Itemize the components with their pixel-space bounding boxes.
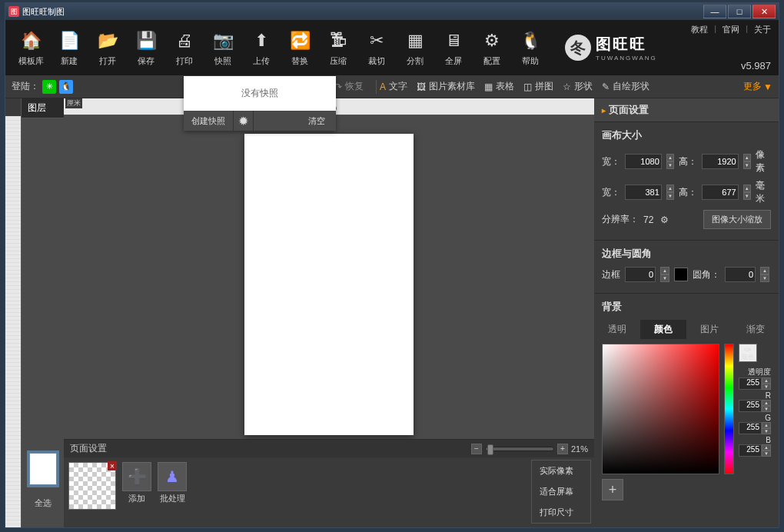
width-mm-up[interactable]: ▲: [666, 185, 674, 192]
split-button[interactable]: ▦分割: [396, 25, 434, 71]
dpi-value: 72: [643, 214, 653, 225]
border-input[interactable]: 0: [625, 267, 656, 282]
snapshot-icon: 📷: [211, 29, 234, 52]
layer-thumbnail[interactable]: [29, 453, 57, 485]
height-px-up[interactable]: ▲: [743, 154, 751, 161]
bg-tab-color[interactable]: 颜色: [640, 320, 686, 339]
help-button[interactable]: 🐧帮助: [511, 25, 550, 71]
replace-button[interactable]: 🔁替换: [281, 25, 319, 71]
app-icon: 图: [8, 6, 19, 17]
version-label: v5.987: [741, 60, 771, 71]
snapshot-settings-icon[interactable]: ✹: [234, 111, 254, 131]
batch-process-button[interactable]: ♟ 批处理: [158, 462, 187, 504]
properties-panel: ▸ 页面设置 画布大小 宽： 1080 ▲▼ 高： 1920 ▲▼ 像素 宽： …: [594, 98, 779, 527]
wechat-icon[interactable]: ✳: [42, 80, 56, 94]
dpi-settings-icon[interactable]: ⚙: [658, 214, 670, 226]
color-saturation-area[interactable]: [602, 344, 719, 474]
height-mm-down[interactable]: ▼: [743, 192, 751, 200]
zoom-slider[interactable]: [485, 447, 554, 451]
logo-text: 图旺旺: [596, 34, 657, 55]
titlebar[interactable]: 图 图旺旺制图 — □ ✕: [5, 3, 779, 20]
snapshot-button[interactable]: 📷快照: [204, 25, 242, 71]
bg-tab-image[interactable]: 图片: [686, 320, 733, 339]
bg-tab-gradient[interactable]: 渐变: [733, 320, 779, 339]
new-button[interactable]: 📄新建: [50, 25, 88, 71]
logo-icon: 冬: [565, 35, 591, 61]
layers-panel-title: 图层: [22, 98, 64, 118]
settings-button[interactable]: ⚙配置: [473, 25, 511, 71]
height-mm-up[interactable]: ▲: [743, 185, 751, 192]
save-button[interactable]: 💾保存: [127, 25, 165, 71]
replace-icon: 🔁: [288, 29, 311, 52]
ctx-fit-screen[interactable]: 适合屏幕: [532, 481, 590, 502]
width-mm-down[interactable]: ▼: [666, 192, 674, 200]
snapshot-popup: 没有快照 创建快照 ✹ 清空: [184, 76, 336, 131]
shape-button[interactable]: ☆形状: [563, 80, 593, 93]
redo-button[interactable]: ↷恢复: [334, 80, 364, 93]
width-mm-input[interactable]: 381: [625, 185, 662, 200]
layers-panel: 图层 全选: [22, 98, 64, 527]
window-close-button[interactable]: ✕: [752, 5, 776, 18]
window-minimize-button[interactable]: —: [703, 5, 726, 18]
compress-button[interactable]: 🗜压缩: [319, 25, 357, 71]
window-maximize-button[interactable]: □: [728, 5, 751, 18]
ctx-actual-pixels[interactable]: 实际像素: [532, 461, 590, 481]
logo: 冬 图旺旺 TUWANGWANG: [565, 34, 657, 62]
bg-tab-transparent[interactable]: 透明: [594, 320, 640, 339]
zoom-in-button[interactable]: +: [557, 444, 568, 454]
width-px-up[interactable]: ▲: [666, 154, 674, 161]
table-button[interactable]: ▦表格: [484, 80, 514, 93]
print-button[interactable]: 🖨打印: [165, 25, 204, 71]
collage-button[interactable]: ◫拼图: [523, 80, 553, 93]
text-tool-button[interactable]: A文字: [380, 80, 407, 93]
add-page-button[interactable]: ➕ 添加: [122, 462, 151, 504]
hue-slider[interactable]: [724, 344, 734, 474]
width-px-input[interactable]: 1080: [625, 154, 662, 169]
help-icon: 🐧: [519, 29, 542, 52]
qq-icon[interactable]: 🐧: [59, 80, 73, 94]
border-color-well[interactable]: [674, 268, 688, 281]
page-delete-button[interactable]: ×: [108, 461, 117, 470]
ctx-print-size[interactable]: 打印尺寸: [532, 502, 590, 523]
canvas-area: 厘米 30 页面设置 − + 21% ×: [64, 98, 594, 527]
split-icon: ▦: [404, 29, 427, 52]
template-lib-button[interactable]: 🏠模板库: [12, 25, 50, 71]
background-title: 背景: [602, 300, 771, 314]
radius-input[interactable]: 0: [725, 267, 756, 282]
image-resize-button[interactable]: 图像大小缩放: [703, 210, 771, 229]
width-px-down[interactable]: ▼: [666, 161, 674, 169]
ruler-unit-label: 厘米: [65, 98, 82, 108]
clear-snapshots-button[interactable]: 清空: [297, 111, 336, 131]
fullscreen-button[interactable]: 🖥全屏: [434, 25, 473, 71]
more-button[interactable]: 更多▼: [743, 80, 772, 93]
g-input[interactable]: 255: [739, 422, 762, 434]
cut-icon: ✂: [365, 29, 388, 52]
image-library-button[interactable]: 🖼图片素材库: [417, 80, 475, 93]
top-links: 教程| 官网| 关于: [691, 24, 771, 35]
opacity-input[interactable]: 255: [739, 377, 762, 390]
create-snapshot-button[interactable]: 创建快照: [184, 111, 234, 131]
height-px-down[interactable]: ▼: [743, 161, 751, 169]
upload-button[interactable]: ⬆上传: [242, 25, 281, 71]
r-input[interactable]: 255: [739, 400, 762, 412]
eyedropper-button[interactable]: ✑取色: [739, 344, 757, 362]
zoom-out-button[interactable]: −: [471, 444, 482, 454]
upload-icon: ⬆: [250, 29, 273, 52]
cut-button[interactable]: ✂裁切: [357, 25, 396, 71]
select-all-button[interactable]: 全选: [22, 494, 64, 512]
canvas[interactable]: [244, 134, 414, 435]
link-tutorial[interactable]: 教程: [691, 24, 708, 35]
open-icon: 📂: [96, 29, 119, 52]
height-mm-input[interactable]: 677: [702, 185, 739, 200]
zoom-percent: 21%: [571, 444, 588, 454]
print-icon: 🖨: [173, 29, 196, 52]
add-swatch-button[interactable]: +: [602, 479, 623, 500]
b-input[interactable]: 255: [739, 444, 762, 457]
page-thumbnail[interactable]: ×: [68, 462, 116, 510]
open-button[interactable]: 📂打开: [88, 25, 127, 71]
link-about[interactable]: 关于: [754, 24, 771, 35]
fullscreen-icon: 🖥: [442, 29, 465, 52]
height-px-input[interactable]: 1920: [702, 154, 739, 169]
freehand-shape-button[interactable]: ✎自绘形状: [602, 80, 649, 93]
link-official[interactable]: 官网: [723, 24, 739, 35]
